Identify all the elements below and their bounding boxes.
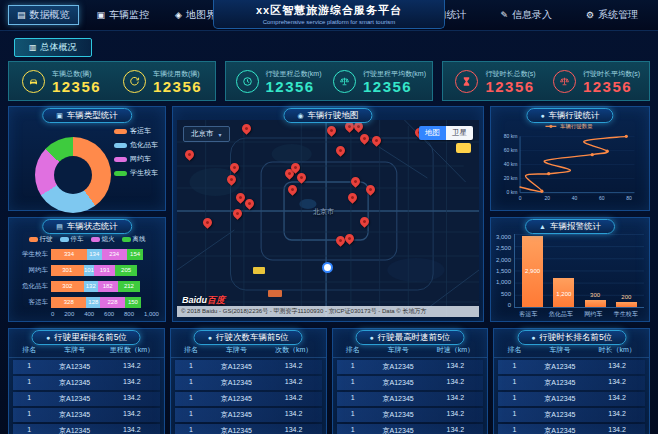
stack-segment: 134 (87, 249, 101, 260)
kpi-label: 车辆使用数(辆) (153, 69, 202, 79)
legend-label: 停车 (71, 235, 84, 244)
driving-map[interactable]: 北京市 北京市 ▾ 地图卫星 Baidu百度 © 2018 Baidu - GS… (177, 120, 479, 317)
legend-item-行驶[interactable]: 行驶 (29, 235, 53, 244)
y-tick: 1,000 (496, 279, 511, 285)
table-cell: 134.2 (266, 378, 322, 388)
cycle-icon (123, 70, 146, 93)
table-cell: 1 (337, 426, 369, 434)
table-cell: 京A12345 (45, 410, 104, 420)
kpi-group: 行驶时长总数(s)12356行驶时长平均数(s)12356 (442, 61, 650, 101)
nav-item-车辆监控[interactable]: ▣车辆监控 (89, 6, 158, 24)
bar-category-label: 网约车 (579, 310, 607, 319)
legend-label: 危化品车 (130, 140, 158, 150)
map-type-卫星[interactable]: 卫星 (446, 126, 473, 140)
alarm-bar-网约车: 300 (585, 300, 606, 307)
svg-text:60 km: 60 km (504, 147, 518, 153)
legend-item-停车[interactable]: 停车 (60, 235, 84, 244)
kpi-text: 行驶时长总数(s)12356 (485, 69, 535, 94)
table-row: 1京A12345134.2 (498, 392, 645, 406)
legend-label: 学生校车 (130, 168, 158, 178)
map-city-marker[interactable] (322, 262, 333, 273)
stack-segment: 154 (127, 249, 144, 260)
table-header: 排名车牌号里程数（km） (9, 344, 164, 358)
panorama-badge[interactable] (456, 143, 471, 153)
y-tick: 1,500 (496, 268, 511, 274)
kpi-value: 12356 (485, 80, 535, 94)
overview-button[interactable]: ▥ 总体概况 (14, 38, 92, 57)
car-badge-icon: ▣ (56, 110, 63, 121)
table-cell: 1 (337, 394, 369, 404)
table-cell: 1 (175, 410, 207, 420)
column-header: 车牌号 (531, 345, 590, 355)
stack-segment: 334 (51, 249, 87, 260)
table-cell: 134.2 (104, 362, 160, 372)
map-panel: ◉ 车辆行驶地图 (172, 106, 484, 322)
table-cell: 134.2 (104, 378, 160, 388)
legend-item-危化品车[interactable]: 危化品车 (114, 140, 158, 150)
map-type-地图[interactable]: 地图 (419, 126, 446, 140)
kpi-label: 行驶时长平均数(s) (583, 69, 640, 79)
stack-category: 学生校车 (15, 250, 48, 259)
panel-title-text: 行驶最高时速前5位 (378, 332, 451, 343)
column-header: 排名 (175, 345, 207, 355)
legend-item-熄火[interactable]: 熄火 (91, 235, 115, 244)
nav-item-系统管理[interactable]: ⚙系统管理 (578, 6, 646, 24)
table-row: 1京A12345134.2 (337, 376, 484, 390)
vehicle-status-chart: 行驶停车熄火离线 学生校车334134234154网约车301101191205… (15, 233, 159, 318)
column-header: 排名 (13, 345, 45, 355)
alarm-bar-客运车: 2,900 (522, 236, 543, 307)
panel-title-text: 行驶时长排名前5位 (539, 332, 612, 343)
svg-text:60: 60 (599, 195, 605, 201)
legend-item-客运车[interactable]: 客运车 (114, 126, 158, 136)
panel-title-text: 车辆行驶统计 (549, 110, 600, 121)
map-roads (177, 120, 479, 317)
table-cell: 京A12345 (531, 426, 590, 434)
nav-item-数据概览[interactable]: ▤数据概览 (8, 5, 79, 25)
table-row: 1京A12345134.2 (175, 392, 322, 406)
stack-segment: 234 (102, 249, 127, 260)
kpi-item: 车辆使用数(辆)12356 (112, 64, 213, 98)
column-header: 车牌号 (207, 345, 266, 355)
panel-title-text: 车辆行驶地图 (308, 110, 359, 121)
scale-icon (553, 70, 576, 93)
legend-item-网约车[interactable]: 网约车 (114, 154, 158, 164)
stack-segment: 150 (125, 297, 141, 308)
table-cell: 1 (337, 410, 369, 420)
alarm-bar-chart: 3,0002,5002,0001,5001,0005000 2,9001,200… (496, 234, 644, 319)
table-cell: 京A12345 (207, 410, 266, 420)
chart-grid-icon: ▤ (17, 10, 26, 20)
x-tick: 1,000 (144, 311, 159, 317)
alarm-y-axis: 3,0002,5002,0001,5001,0005000 (496, 234, 514, 308)
kpi-value: 12356 (266, 80, 322, 94)
legend-label: 离线 (133, 235, 146, 244)
table-cell: 1 (175, 426, 207, 434)
table-cell: 1 (498, 410, 530, 420)
city-selector[interactable]: 北京市 ▾ (183, 126, 230, 142)
kpi-item: 行驶时长总数(s)12356 (445, 64, 546, 98)
legend-swatch (114, 157, 127, 162)
legend-item-学生校车[interactable]: 学生校车 (114, 168, 158, 178)
legend-swatch (91, 237, 100, 242)
table-cell: 京A12345 (369, 378, 428, 388)
table-cell: 134.2 (589, 426, 645, 434)
vehicle-icon: ▣ (97, 10, 106, 20)
meter-icon (236, 70, 259, 93)
vehicle-type-chart: 客运车危化品车网约车学生校车 (13, 124, 161, 206)
table-cell: 134.2 (104, 426, 160, 434)
legend-item-离线[interactable]: 离线 (122, 235, 146, 244)
car-icon (22, 70, 45, 93)
nav-item-信息录入[interactable]: ✎信息录入 (492, 6, 560, 24)
legend-swatch (122, 237, 131, 242)
panel-title-text: 车辆类型统计 (67, 110, 118, 121)
table-cell: 1 (498, 378, 530, 388)
svg-text:80: 80 (626, 195, 632, 201)
bar-category-label: 危化品车 (547, 310, 575, 319)
main-row: ▣ 车辆类型统计 客运车危化品车网约车学生校车 ▤ 车辆状态统计 行驶停车熄火离… (8, 106, 650, 322)
table-cell: 京A12345 (531, 362, 590, 372)
kpi-text: 车辆总数(辆)12356 (52, 69, 101, 94)
stack-segment: 228 (100, 297, 125, 308)
bar-category-label: 学生校车 (612, 310, 640, 319)
alarm-bar-学生校车: 200 (616, 302, 637, 307)
column-header: 次数（km） (266, 345, 322, 355)
stack-row: 客运车328128228150 (15, 297, 159, 308)
